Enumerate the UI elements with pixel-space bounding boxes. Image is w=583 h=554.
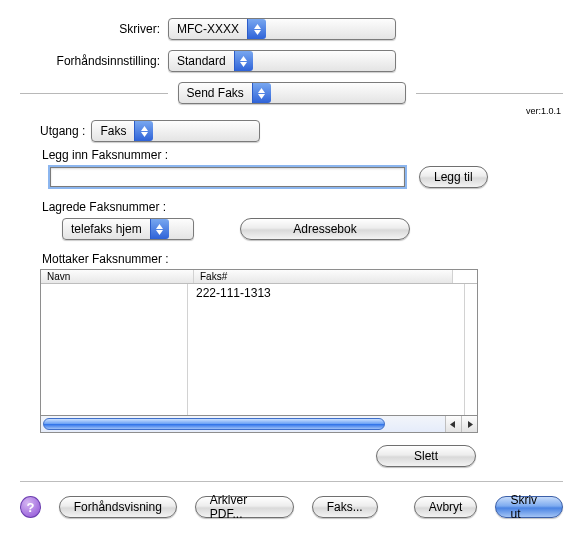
divider — [416, 93, 564, 94]
preset-label: Forhåndsinnstilling: — [0, 54, 168, 68]
output-popup[interactable]: Faks — [91, 120, 260, 142]
stored-fax-popup[interactable]: telefaks hjem — [62, 218, 194, 240]
save-pdf-button[interactable]: Arkiver PDF... — [195, 496, 294, 518]
dest-label: Mottaker Faksnummer : — [42, 252, 541, 266]
printer-popup[interactable]: MFC-XXXX — [168, 18, 396, 40]
col-header-fax[interactable]: Faks# — [194, 270, 453, 283]
vscroll-gutter — [464, 284, 477, 415]
fax-number-input[interactable] — [50, 167, 405, 187]
updown-icon — [134, 121, 153, 141]
scroll-thumb[interactable] — [43, 418, 385, 430]
col-name-cells — [41, 284, 188, 415]
updown-icon — [150, 219, 169, 239]
preset-popup[interactable]: Standard — [168, 50, 396, 72]
print-button[interactable]: Skriv ut — [495, 496, 563, 518]
help-icon[interactable]: ? — [20, 496, 41, 518]
preset-value: Standard — [169, 54, 234, 68]
add-button[interactable]: Legg til — [419, 166, 488, 188]
dest-table[interactable]: Navn Faks# 222-111-1313 — [40, 269, 478, 416]
stored-fax-value: telefaks hjem — [63, 222, 150, 236]
table-row[interactable]: 222-111-1313 — [196, 286, 456, 300]
cancel-button[interactable]: Avbryt — [414, 496, 478, 518]
preview-button[interactable]: Forhåndsvisning — [59, 496, 177, 518]
panel-popup[interactable]: Send Faks — [178, 82, 406, 104]
output-label: Utgang : — [40, 124, 85, 138]
scroll-left-icon[interactable] — [445, 416, 461, 432]
divider — [20, 481, 563, 482]
col-header-corner — [453, 270, 477, 283]
updown-icon — [234, 51, 253, 71]
scroll-right-icon[interactable] — [461, 416, 477, 432]
col-header-name[interactable]: Navn — [41, 270, 194, 283]
updown-icon — [247, 19, 266, 39]
printer-value: MFC-XXXX — [169, 22, 247, 36]
fax-button[interactable]: Faks... — [312, 496, 378, 518]
stored-fax-label: Lagrede Faksnummer : — [42, 200, 541, 214]
printer-label: Skriver: — [0, 22, 168, 36]
divider — [20, 93, 168, 94]
output-value: Faks — [92, 124, 134, 138]
updown-icon — [252, 83, 271, 103]
version-label: ver:1.0.1 — [0, 106, 561, 116]
enter-fax-label: Legg inn Faksnummer : — [42, 148, 541, 162]
panel-value: Send Faks — [179, 86, 252, 100]
col-fax-cells: 222-111-1313 — [188, 284, 464, 415]
hscrollbar[interactable] — [40, 416, 478, 433]
addressbook-button[interactable]: Adressebok — [240, 218, 410, 240]
delete-button[interactable]: Slett — [376, 445, 476, 467]
